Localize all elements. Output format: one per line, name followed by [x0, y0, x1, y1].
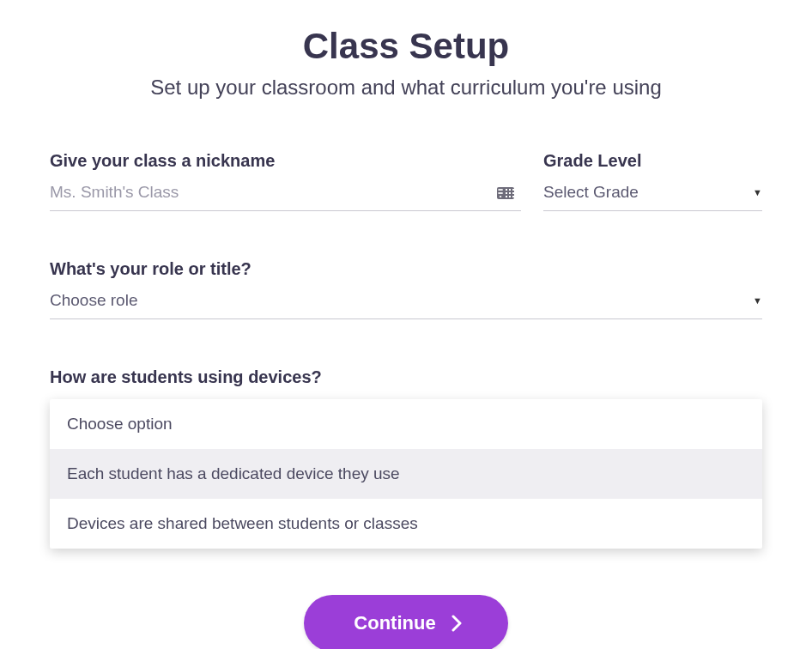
- grade-label: Grade Level: [543, 151, 762, 171]
- devices-dropdown: Choose option Each student has a dedicat…: [50, 399, 762, 549]
- grade-select[interactable]: Select Grade ▼: [543, 178, 762, 211]
- continue-button[interactable]: Continue: [304, 595, 507, 649]
- devices-label: How are students using devices?: [50, 367, 762, 387]
- role-label: What's your role or title?: [50, 259, 762, 279]
- devices-option-choose[interactable]: Choose option: [50, 399, 762, 449]
- grade-selected-value: Select Grade: [543, 183, 639, 202]
- chevron-down-icon: ▼: [753, 187, 762, 197]
- devices-option-dedicated[interactable]: Each student has a dedicated device they…: [50, 449, 762, 499]
- page-title: Class Setup: [50, 26, 762, 67]
- role-select[interactable]: Choose role ▼: [50, 286, 762, 319]
- chevron-down-icon: ▼: [753, 295, 762, 306]
- field-grade-level: Grade Level Select Grade ▼: [543, 151, 762, 211]
- field-role: What's your role or title? Choose role ▼: [50, 259, 762, 319]
- page-subtitle: Set up your classroom and what curriculu…: [50, 76, 762, 100]
- devices-option-shared[interactable]: Devices are shared between students or c…: [50, 499, 762, 549]
- nickname-label: Give your class a nickname: [50, 151, 521, 171]
- field-devices: How are students using devices? Choose o…: [50, 367, 762, 549]
- chevron-right-icon: [451, 615, 462, 632]
- nickname-input[interactable]: [50, 178, 521, 211]
- field-class-nickname: Give your class a nickname: [50, 151, 521, 211]
- continue-button-label: Continue: [354, 612, 435, 634]
- keyboard-icon: [497, 187, 514, 199]
- role-selected-value: Choose role: [50, 291, 137, 310]
